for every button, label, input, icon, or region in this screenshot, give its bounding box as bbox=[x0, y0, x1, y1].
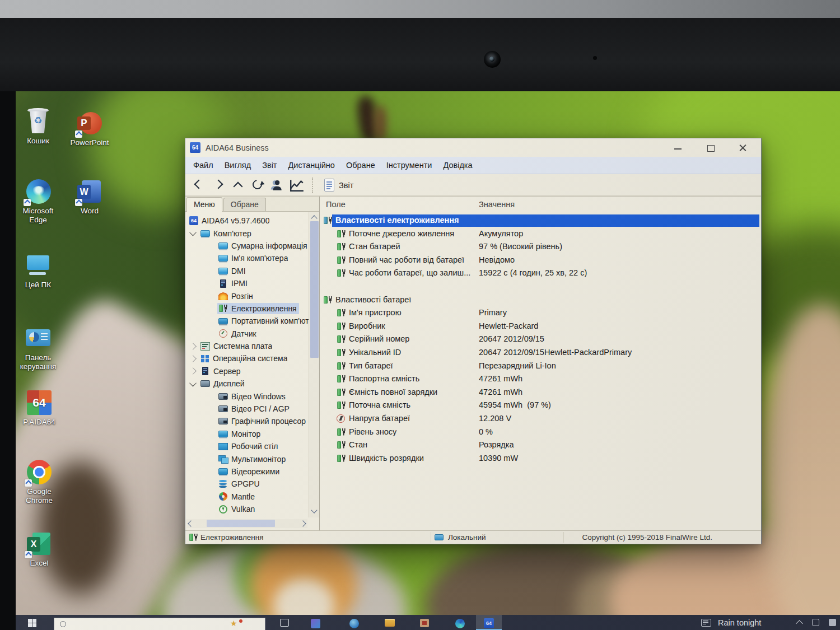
table-row[interactable]: Властивості батареї bbox=[320, 293, 761, 307]
column-header-value[interactable]: Значення bbox=[479, 200, 515, 209]
tree-item[interactable]: Операційна система bbox=[185, 352, 309, 365]
taskbar-app-store[interactable] bbox=[420, 619, 429, 627]
user-profiles-button[interactable] bbox=[269, 178, 286, 193]
scroll-down-icon[interactable] bbox=[311, 507, 317, 513]
tray-chevron-up-icon[interactable] bbox=[796, 620, 803, 627]
tree-item[interactable]: Електроживлення bbox=[185, 302, 309, 315]
report-button[interactable]: Звіт bbox=[320, 177, 358, 193]
refresh-button[interactable] bbox=[250, 178, 267, 193]
menu-item[interactable]: Файл bbox=[188, 161, 219, 170]
tree-expander-icon[interactable] bbox=[189, 343, 197, 350]
desktop-icon-word[interactable]: W Word bbox=[67, 178, 112, 216]
column-header-field[interactable]: Поле bbox=[326, 200, 346, 209]
table-row[interactable]: Час роботи батареї, що залиш... 15922 с … bbox=[320, 267, 761, 280]
back-button[interactable] bbox=[191, 178, 208, 193]
tree-item[interactable]: Сумарна інформація bbox=[185, 240, 309, 252]
taskbar-app-aida64-active[interactable]: 64 bbox=[476, 615, 502, 630]
tree-item[interactable]: Mantle bbox=[185, 491, 309, 503]
menu-item[interactable]: Обране bbox=[340, 161, 381, 170]
sensor-graph-button[interactable] bbox=[289, 178, 306, 193]
tree-item[interactable]: AIDA64 v5.97.4600 bbox=[185, 214, 309, 227]
tree-item[interactable]: Графічний процесор bbox=[185, 415, 309, 427]
menu-item[interactable]: Дистанційно bbox=[283, 161, 340, 170]
table-row[interactable]: Серійний номер 20647 2012/09/15 bbox=[320, 333, 761, 346]
desktop-icon-aida64[interactable]: 64 P.AIDA64 bbox=[17, 389, 62, 427]
table-row[interactable]: Ім'я пристрою Primary bbox=[320, 306, 761, 320]
tree-item[interactable]: DMI bbox=[185, 265, 309, 277]
tree-item[interactable]: Монітор bbox=[185, 428, 309, 440]
menu-item[interactable]: Звіт bbox=[256, 161, 282, 170]
table-row[interactable]: Виробник Hewlett-Packard bbox=[320, 320, 761, 333]
tree-expander-icon[interactable] bbox=[189, 355, 197, 362]
tree-expander-icon[interactable] bbox=[189, 229, 197, 236]
tab-menu[interactable]: Меню bbox=[186, 197, 222, 212]
tree-expander-icon[interactable] bbox=[189, 379, 197, 386]
menu-item[interactable]: Довідка bbox=[437, 161, 478, 170]
tree-item[interactable]: Датчик bbox=[185, 328, 309, 340]
table-row[interactable] bbox=[320, 280, 761, 293]
close-button[interactable] bbox=[736, 141, 750, 155]
table-row[interactable]: Напруга батареї 12.208 V bbox=[320, 412, 761, 426]
tree-item[interactable]: Відео PCI / AGP bbox=[185, 403, 309, 415]
taskbar-search-box[interactable]: ★ bbox=[54, 618, 265, 630]
tray-icon[interactable] bbox=[812, 619, 819, 626]
scroll-left-icon[interactable] bbox=[188, 520, 194, 526]
start-button[interactable] bbox=[28, 619, 36, 627]
desktop-icon-powerpoint[interactable]: P PowerPoint bbox=[67, 110, 112, 147]
tree-item[interactable]: Комп'ютер bbox=[185, 227, 309, 239]
scroll-right-icon[interactable] bbox=[300, 520, 306, 526]
tree-item[interactable]: Відеорежими bbox=[185, 465, 309, 478]
desktop-icon-recycle-bin[interactable]: ♻ Кошик bbox=[16, 108, 60, 146]
tree-item[interactable]: Робочий стіл bbox=[185, 440, 309, 452]
table-row[interactable]: Властивості електроживлення bbox=[320, 214, 761, 227]
tree-item[interactable]: Ім'я комп'ютера bbox=[185, 252, 309, 264]
tree-item[interactable]: Vulkan bbox=[185, 503, 309, 515]
table-row[interactable]: Стан Розрядка bbox=[320, 438, 761, 452]
tree-item[interactable]: Системна плата bbox=[185, 340, 309, 352]
tree-item[interactable]: Дисплей bbox=[185, 377, 309, 390]
tree-item[interactable]: Сервер bbox=[185, 365, 309, 377]
desktop-icon-control-panel[interactable]: Панель керування bbox=[16, 325, 60, 371]
table-row[interactable]: Паспортна ємність 47261 mWh bbox=[320, 372, 761, 386]
taskbar-file-explorer[interactable] bbox=[385, 619, 395, 627]
title-bar[interactable]: 64 AIDA64 Business bbox=[185, 138, 761, 157]
desktop-icon-microsoft-edge[interactable]: Microsoft Edge bbox=[16, 178, 60, 225]
task-view-button[interactable] bbox=[280, 619, 289, 627]
tab-favorites[interactable]: Обране bbox=[223, 198, 266, 211]
tree-item[interactable]: Відео Windows bbox=[185, 390, 309, 402]
taskbar-app-cortana[interactable] bbox=[349, 619, 359, 628]
tree-item[interactable]: Мультимонітор bbox=[185, 452, 309, 465]
table-row[interactable]: Унікальний ID 20647 2012/09/15Hewlett-Pa… bbox=[320, 346, 761, 360]
weather-text[interactable]: Rain tonight bbox=[718, 618, 761, 627]
tree-vertical-scrollbar[interactable] bbox=[309, 212, 319, 517]
menu-item[interactable]: Вигляд bbox=[219, 161, 257, 170]
taskbar-app-edge[interactable] bbox=[455, 619, 465, 628]
news-weather-icon[interactable] bbox=[701, 619, 711, 627]
table-row[interactable]: Ємність повної зарядки 47261 mWh bbox=[320, 386, 761, 399]
tree-item[interactable]: Портативний комп'ютер bbox=[185, 315, 309, 327]
menu-item[interactable]: Інструменти bbox=[381, 161, 438, 170]
scrollbar-thumb[interactable] bbox=[207, 520, 275, 527]
table-row[interactable]: Повний час роботи від батареї Невідомо bbox=[320, 254, 761, 267]
forward-button[interactable] bbox=[211, 178, 227, 193]
desktop-icon-google-chrome[interactable]: Google Chrome bbox=[17, 459, 62, 505]
minimize-button[interactable] bbox=[671, 141, 685, 155]
table-row[interactable]: Рівень зносу 0 % bbox=[320, 426, 761, 439]
table-row[interactable]: Поточна ємність 45954 mWh (97 %) bbox=[320, 399, 761, 412]
tree-item[interactable]: IPMI bbox=[185, 277, 309, 290]
maximize-button[interactable] bbox=[704, 141, 717, 155]
table-row[interactable]: Швидкість розрядки 10390 mW bbox=[320, 452, 761, 465]
scroll-up-icon[interactable] bbox=[311, 215, 317, 221]
tree-horizontal-scrollbar[interactable] bbox=[186, 519, 307, 528]
tree-expander-icon[interactable] bbox=[189, 368, 197, 375]
desktop-icon-this-pc[interactable]: Цей ПК bbox=[16, 252, 60, 290]
desktop-icon-excel[interactable]: X Excel bbox=[17, 530, 62, 568]
up-button[interactable] bbox=[230, 178, 247, 193]
tree-item[interactable]: GPGPU bbox=[185, 478, 309, 490]
table-row[interactable]: Стан батарей 97 % (Високий рівень) bbox=[320, 240, 761, 254]
tray-icon[interactable] bbox=[829, 619, 836, 626]
table-row[interactable]: Тип батареї Перезарядний Li-Ion bbox=[320, 360, 761, 373]
scrollbar-thumb[interactable] bbox=[310, 221, 319, 358]
tree-item[interactable]: Розгін bbox=[185, 290, 309, 302]
taskbar-app-photos[interactable] bbox=[311, 619, 320, 628]
